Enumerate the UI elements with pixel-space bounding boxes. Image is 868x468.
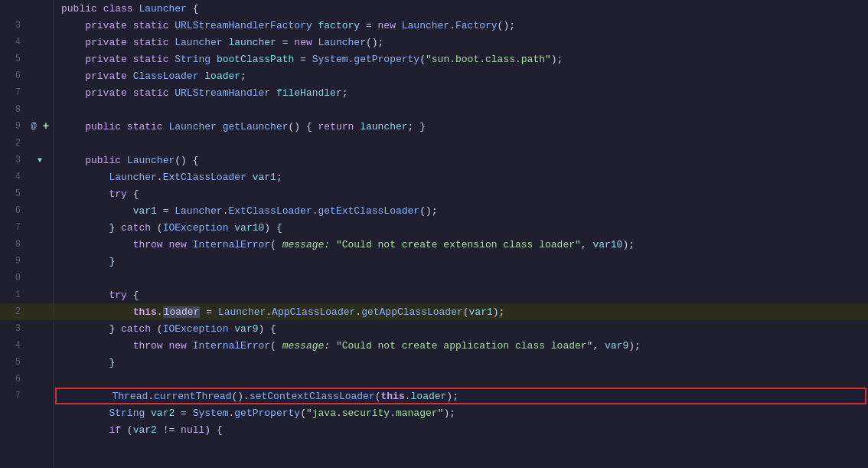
line-num: 3 [0,323,27,334]
code-line: } catch (IOException var10) { [54,219,868,236]
line-num: 7 [0,222,27,233]
code-line: private static URLStreamHandlerFactory f… [54,17,868,34]
add-watch-icon[interactable]: + [41,121,51,132]
code-line: private ClassLoader loader; [54,67,868,84]
code-line: } [54,253,868,270]
code-line [54,371,868,388]
bookmark-icon[interactable]: @ [28,121,39,132]
line-num: 6 [0,70,27,81]
line-num: 0 [0,273,27,283]
code-line: public class Launcher { [54,0,868,17]
line-num: 9 [0,256,27,267]
line-num: 5 [0,54,27,64]
code-line [54,135,868,152]
line-num: 4 [0,172,27,182]
line-num: 8 [0,239,27,250]
code-line [54,101,868,118]
line-num: 4 [0,340,27,351]
code-line-boxed: Thread.currentThread().setContextClassLo… [55,388,866,404]
code-line [54,270,868,286]
line-num: 7 [0,391,27,401]
code-line-highlighted: this.loader = Launcher.AppClassLoader.ge… [54,303,868,320]
code-editor: 3 4 5 6 7 8 9 @ + 2 3 ▼ 4 5 [0,0,868,468]
code-line: Launcher.ExtClassLoader var1; [54,169,868,185]
code-line: public Launcher() { [54,152,868,169]
code-line: throw new InternalError( message: "Could… [54,337,868,354]
line-num: 8 [0,104,27,115]
line-num: 6 [0,374,27,385]
line-num: 1 [0,290,27,300]
code-line: try { [54,286,868,303]
line-num: 5 [0,357,27,368]
code-line: String var2 = System.getProperty("java.s… [54,404,868,421]
code-line: private static String bootClassPath = Sy… [54,51,868,67]
line-number-gutter: 3 4 5 6 7 8 9 @ + 2 3 ▼ 4 5 [0,0,54,468]
code-line: private static Launcher launcher = new L… [54,34,868,51]
code-line: } catch (IOException var9) { [54,320,868,337]
code-line: } [54,354,868,371]
code-content: public class Launcher { private static U… [54,0,868,468]
code-line: if (var2 != null) { [54,421,868,438]
line-num: 6 [0,205,27,216]
line-num: 5 [0,188,27,199]
code-line: public static Launcher getLauncher() { r… [54,118,868,135]
line-num: 2 [0,306,27,317]
line-num: 9 [0,121,27,132]
code-line: var1 = Launcher.ExtClassLoader.getExtCla… [54,202,868,219]
fold-icon[interactable]: ▼ [34,155,45,165]
code-line: try { [54,185,868,202]
line-num: 4 [0,37,27,47]
line-num: 2 [0,138,27,149]
line-num: 3 [0,20,27,31]
line-num: 7 [0,87,27,98]
line-num: 3 [0,155,27,165]
code-line: private static URLStreamHandler fileHand… [54,84,868,101]
code-line: throw new InternalError( message: "Could… [54,236,868,253]
